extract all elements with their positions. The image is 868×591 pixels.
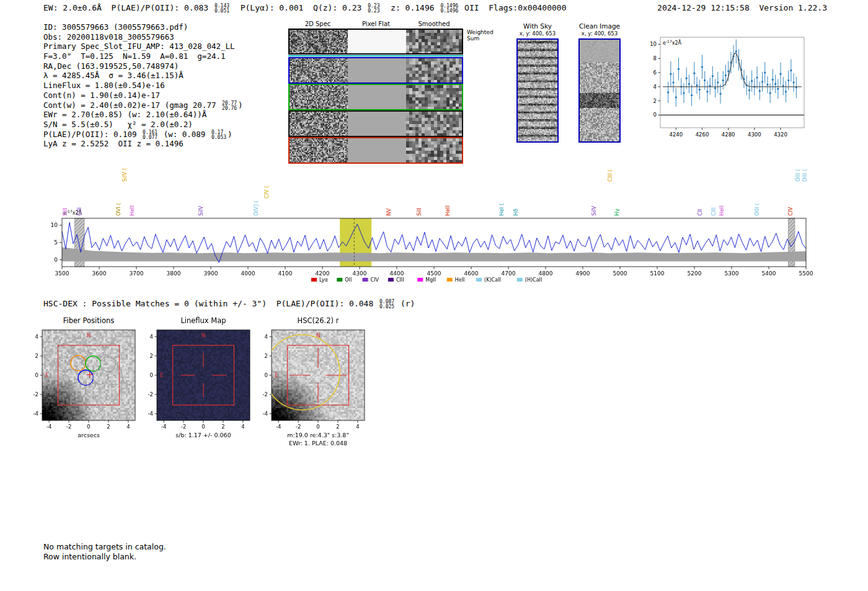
svg-text:3900: 3900 [204,270,218,277]
svg-text:Hγ: Hγ [614,209,620,216]
svg-text:5: 5 [54,239,58,246]
plae-poii-range: 0.1430.051 [215,4,229,14]
error-band [62,247,806,262]
notes-block: No matching targets in catalog. Row inte… [43,542,166,561]
svg-text:0: 0 [202,424,205,430]
z-lo: 0.1496 [440,9,458,14]
svg-text:3500: 3500 [55,270,69,277]
svg-text:4200: 4200 [316,270,330,277]
hsc-plae-lo: 0.025 [379,304,394,309]
svg-text:4300: 4300 [353,270,367,277]
info-line: LineFlux = 1.80(±0.54)e-16 [43,81,243,91]
hsc-r-overlay: -4-4-2-2002244NE [254,327,372,433]
svg-text:5400: 5400 [762,270,776,277]
lineflux-map-overlay: -4-4-2-2002244NE [140,327,257,433]
info-line: Cont(w) = 2.40(±0.02)e-17 (gmag 20.77 20… [43,100,243,110]
fiber-circle [108,370,123,384]
svg-text:0: 0 [653,112,657,118]
col-title-2dspec: 2D Spec [288,20,347,27]
fiber-separator-line [288,55,463,56]
svg-text:4400: 4400 [390,270,404,277]
fiber-circle [71,355,86,370]
info-line: λ = 4285.45Å σ = 3.46(±1.15)Å [43,71,243,81]
fiber-positions-title: Fiber Positions [42,316,135,325]
info-line: RA,Dec (163.919525,50.748974) [43,61,243,71]
svg-text:2: 2 [221,424,224,430]
svg-text:HeII: HeII [445,205,451,216]
svg-text:Lyα: Lyα [319,277,328,283]
header-ew-plae: EW: 2.0±0.6Å P(LAE)/P(OII): 0.083 [43,3,213,12]
svg-text:NV: NV [386,208,392,216]
svg-text:5200: 5200 [688,270,702,277]
svg-text:-4: -4 [33,411,38,417]
spec2d-fiber-row: 0.16 1.73 1540.40" (400, 653) 20200118 v… [288,57,463,84]
svg-text:8: 8 [653,55,657,61]
hsc-r-mag-label: m:19.0 re:4.3" s:3.8" [265,432,371,438]
lineflux-map-title: Lineflux Map [157,316,250,325]
info-line: Cont(n) = 1.90(±0.14)e-17 [43,91,243,100]
svg-text:-4: -4 [161,424,166,430]
svg-text:5100: 5100 [650,270,665,277]
svg-text:4600: 4600 [464,270,479,277]
svg-text:4300: 4300 [748,131,761,138]
east-label: E [45,372,49,378]
svg-text:4000: 4000 [241,270,255,277]
svg-text:5000: 5000 [613,270,627,277]
east-label: E [160,372,164,378]
svg-text:-4: -4 [148,411,153,417]
header-plya-qz: P(Lyα): 0.001 Q(z): 0.23 [231,3,366,12]
svg-text:6: 6 [653,69,657,76]
emission-line-labels: SiIICIIIOVI (SiIV (HeIISiIVOIV] (CIV (NV… [62,168,808,216]
header-summary: EW: 2.0±0.6Å P(LAE)/P(OII): 0.083 0.1430… [43,3,566,14]
weighted-sum-strip [288,29,463,55]
svg-text:10: 10 [51,222,58,228]
svg-text:4700: 4700 [502,270,516,277]
z-range: 0.14960.1496 [440,4,458,14]
svg-text:4800: 4800 [539,270,553,277]
info-line: Primary Spec_Slot_IFU_AMP: 413_028_042_L… [43,42,243,51]
info-line: S/N = 5.5(±0.5) χ² = 2.0(±0.2) [43,120,243,130]
weighted-sum-label: Weighted Sum [467,29,494,42]
svg-text:OII: OII [345,277,352,283]
lineflux-sb-label: s/b: 1.17 +/- 0.060 [151,432,256,438]
svg-text:2: 2 [107,424,110,430]
withsky-coords: x, y: 400, 653 [515,30,560,37]
svg-text:OIV] (: OIV] ( [253,201,259,216]
svg-text:OIII (: OIII ( [802,169,808,182]
svg-text:0: 0 [54,257,58,263]
svg-text:(H)CaII: (H)CaII [525,277,542,283]
svg-text:4260: 4260 [696,131,709,138]
svg-text:0: 0 [87,424,90,430]
svg-text:-4: -4 [263,411,268,417]
header-z: z: 0.1496 [381,3,439,12]
svg-text:CII: CII [697,209,703,216]
weighted-2dspec-image [290,30,348,53]
spectrum-legend: LyαOIICIVCIIIMgIIHeII(K)CaII(H)CaII [311,277,542,283]
plae-lo: 0.051 [215,9,229,14]
svg-text:3600: 3600 [92,270,107,277]
fiber-positions-overlay: -4-4-2-2002244NE [25,327,143,433]
svg-text:4: 4 [150,334,153,340]
fiber-circle [86,383,100,398]
svg-text:MgII: MgII [425,277,436,283]
svg-text:4: 4 [356,424,359,430]
detection-info-block: ID: 3005579663 (3005579663.pdf)Obs: 2020… [43,22,243,149]
east-label: E [275,372,278,378]
svg-text:4: 4 [265,334,268,340]
svg-text:-2: -2 [181,424,186,430]
svg-text:2: 2 [265,353,268,359]
svg-text:(K)CaII: (K)CaII [484,277,501,283]
weighted-pixelflat-image [348,30,406,53]
hsc-plae-range: 0.0870.025 [379,300,394,309]
north-label: N [202,332,206,339]
lineflux-map-panel: Lineflux Map -4-4-2-2002244NE s/b: 1.17 … [140,316,257,450]
svg-text:HeII: HeII [129,205,135,216]
svg-text:2: 2 [35,353,38,359]
hsc-r-panel: HSC(26.2) r -4-4-2-2002244NE m:19.0 re:4… [254,316,372,450]
col-title-pixelflat: Pixel Flat [347,20,405,27]
info-line: Obs: 20200118v018_3005579663 [43,32,243,42]
hsc-match-text: HSC-DEX : Possible Matches = 0 (within +… [43,299,378,308]
note-line-1: No matching targets in catalog. [43,542,166,552]
svg-text:CIII: CIII [396,277,404,283]
clean-coords: x, y: 400, 653 [577,30,622,37]
